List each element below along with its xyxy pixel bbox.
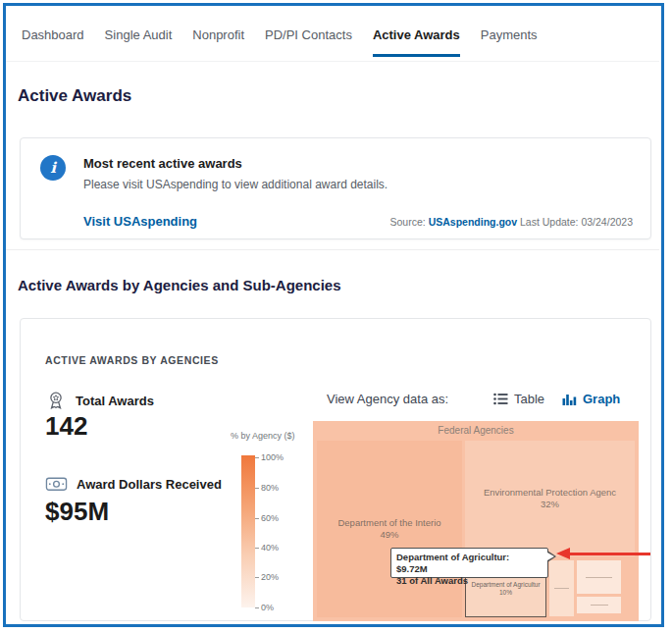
usaspending-gov-link[interactable]: USAspending.gov [429, 216, 517, 228]
tab-single-audit[interactable]: Single Audit [105, 27, 173, 57]
tab-nonprofit[interactable]: Nonprofit [192, 27, 244, 57]
source-line: Source: USAspending.gov Last Update: 03/… [390, 216, 633, 228]
visit-usaspending-link[interactable]: Visit USAspending [83, 214, 197, 229]
legend-tick-20: 20% [255, 572, 279, 582]
banknote-icon [45, 475, 68, 493]
tooltip-tail [547, 551, 556, 562]
tab-active-awards[interactable]: Active Awards [373, 27, 460, 57]
tab-pdpi-contacts[interactable]: PD/PI Contacts [265, 27, 352, 57]
section-divider [6, 249, 659, 250]
treemap-node-small-1[interactable] [549, 560, 574, 616]
total-awards-row: Total Awards [45, 390, 154, 411]
tooltip-line-2: 31 of All Awards [396, 575, 543, 587]
source-prefix: Source: [390, 216, 429, 228]
treemap-node-epa[interactable]: Environmental Protection Agenc 32% [465, 441, 635, 556]
treemap-tooltip: Department of Agricultur: $9.72M 31 of A… [390, 548, 548, 578]
view-toggle-row: View Agency data as: Table [327, 392, 639, 406]
info-icon: i [40, 155, 66, 181]
total-awards-label: Total Awards [76, 394, 154, 408]
treemap-node-interior[interactable]: Department of the Interio 49% [317, 441, 462, 617]
total-awards-value: 142 [45, 411, 87, 442]
tooltip-line-1: Department of Agricultur: $9.72M [396, 552, 543, 575]
legend-tick-60: 60% [255, 513, 279, 523]
award-dollars-label: Award Dollars Received [77, 477, 222, 492]
legend-tick-80: 80% [255, 483, 279, 493]
annotation-arrow [570, 553, 650, 555]
award-medal-icon [45, 390, 67, 411]
view-graph-button[interactable]: Graph [562, 392, 620, 406]
legend-gradient-bar [241, 455, 255, 607]
page-frame: Dashboard Single Audit Nonprofit PD/PI C… [3, 3, 664, 627]
award-dollars-row: Award Dollars Received [45, 475, 222, 493]
treemap-root-label: Federal Agencies [313, 425, 639, 436]
legend-label: % by Agency ($) [231, 431, 295, 441]
view-toggle-label: View Agency data as: [327, 392, 448, 406]
screen: Dashboard Single Audit Nonprofit PD/PI C… [0, 0, 672, 633]
list-icon [493, 393, 508, 405]
legend-tick-0: 0% [255, 603, 274, 612]
tab-bar-divider [6, 61, 659, 62]
view-table-button[interactable]: Table [493, 392, 544, 406]
info-banner: i Most recent active awards Please visit… [20, 137, 651, 239]
section-title: Active Awards by Agencies and Sub-Agenci… [18, 277, 341, 293]
legend-tick-40: 40% [255, 543, 279, 553]
banner-description: Please visit USAspending to view additio… [83, 178, 388, 191]
treemap-chart[interactable]: Federal Agencies Department of the Inter… [313, 421, 639, 621]
legend-tick-100: 100% [255, 452, 284, 462]
banner-title: Most recent active awards [83, 156, 242, 171]
last-update-text: Last Update: 03/24/2023 [517, 216, 633, 228]
active-awards-card: ACTIVE AWARDS BY AGENCIES Total Awards 1… [20, 318, 651, 621]
award-dollars-value: $95M [45, 497, 109, 527]
tab-bar: Dashboard Single Audit Nonprofit PD/PI C… [22, 27, 538, 57]
treemap-node-small-2[interactable] [577, 560, 621, 594]
card-heading: ACTIVE AWARDS BY AGENCIES [45, 354, 219, 366]
treemap-node-small-3[interactable] [577, 597, 621, 613]
page-title: Active Awards [18, 86, 131, 106]
tab-dashboard[interactable]: Dashboard [22, 27, 84, 57]
tab-payments[interactable]: Payments [481, 27, 538, 57]
bar-chart-icon [562, 393, 577, 406]
